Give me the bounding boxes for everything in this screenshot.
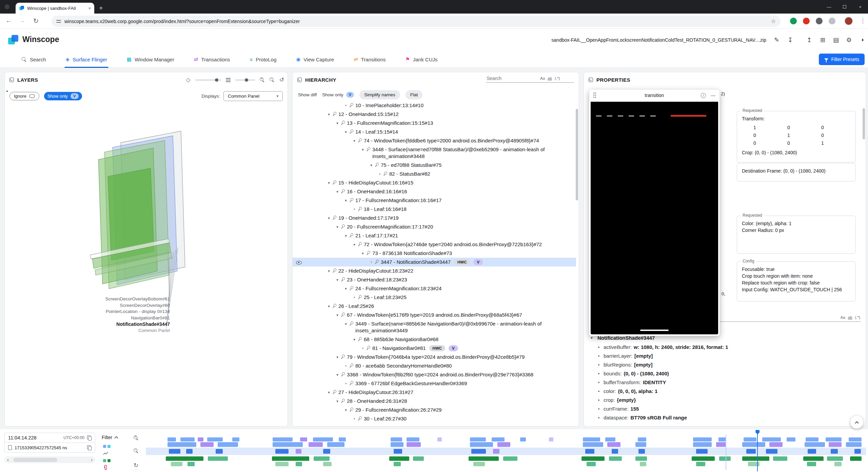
tree-node[interactable]: 3369 - 67726bf EdgeBackGestureHandler0#3… — [293, 379, 576, 388]
tree-node[interactable]: ▾24 - FullscreenMagnification:18:23#24 — [293, 284, 576, 293]
scroll-left-icon[interactable]: ‹ — [7, 456, 9, 463]
timeline-segment[interactable] — [581, 456, 605, 461]
timeline-segment[interactable] — [180, 437, 195, 441]
timeline-segment[interactable] — [186, 449, 193, 454]
info-icon[interactable]: i — [701, 93, 706, 98]
tab-view-capture[interactable]: ◉View Capture — [296, 51, 334, 68]
pin-icon[interactable] — [331, 268, 337, 274]
expand-chevron-icon[interactable]: ▾ — [343, 285, 349, 292]
tree-node[interactable]: ▾19 - OneHanded:17:17#19 — [293, 214, 576, 222]
pin-icon[interactable] — [340, 354, 345, 360]
layer-label[interactable]: PointerLocation - display 0#134 — [5, 309, 170, 315]
reload-icon[interactable]: ↻ — [33, 17, 39, 25]
browser-menu-icon[interactable]: ⋮ — [860, 17, 866, 24]
timeline-segment[interactable] — [391, 437, 402, 441]
expand-chevron-icon[interactable]: ▾ — [351, 137, 357, 144]
timeline-segment[interactable] — [696, 462, 706, 466]
timeline-tracks[interactable] — [146, 429, 866, 472]
timeline-segment[interactable] — [207, 437, 223, 441]
expand-chevron-icon[interactable]: ▾ — [351, 241, 357, 248]
timeline-segment[interactable] — [607, 442, 620, 447]
expand-chevron-icon[interactable]: ▾ — [343, 320, 349, 327]
pin-icon[interactable] — [357, 206, 362, 212]
cursor-handle[interactable] — [755, 430, 760, 434]
tree-node[interactable]: 30 - Leaf:26:27#30 — [293, 414, 576, 423]
expand-chevron-icon[interactable]: ▾ — [343, 129, 349, 135]
property-row[interactable]: crop:{empty} — [584, 396, 866, 405]
pin-icon[interactable] — [348, 233, 354, 238]
timeline-segment[interactable] — [846, 442, 862, 447]
properties-scrollbar[interactable] — [863, 108, 865, 139]
transitions-trace-icon[interactable] — [103, 459, 106, 462]
pin-icon[interactable] — [357, 336, 362, 342]
tree-node[interactable]: ▾74 - WindowToken{fdddbe6 type=2000 andr… — [293, 136, 576, 145]
timeline-segment[interactable] — [272, 456, 309, 461]
pin-icon[interactable] — [348, 129, 354, 135]
tree-node[interactable]: ▾13 - FullscreenMagnification:15:15#13 — [293, 119, 576, 127]
property-row[interactable]: bufferTransform:IDENTITY — [584, 378, 866, 387]
tree-node[interactable]: ▾29 - FullscreenMagnification:26:27#29 — [293, 406, 576, 414]
browser-tab[interactable]: Winscope | sandbox-FAIl × — [16, 3, 94, 14]
property-row[interactable]: dataspace:BT709 sRGB Full range — [584, 413, 866, 422]
timeline-segment[interactable] — [769, 442, 782, 447]
pin-icon[interactable] — [374, 259, 379, 265]
tab-transactions[interactable]: ⇄Transactions — [194, 51, 230, 68]
expand-chevron-icon[interactable]: ▾ — [334, 223, 340, 230]
timeline-segment[interactable] — [232, 437, 239, 441]
timeline-segment[interactable] — [503, 456, 517, 461]
pin-icon[interactable] — [365, 146, 371, 152]
timeline-segment[interactable] — [635, 456, 647, 461]
tab-transitions[interactable]: ⇌Transitions — [354, 51, 386, 68]
timeline-segment[interactable] — [805, 442, 825, 447]
pin-icon[interactable] — [357, 294, 362, 300]
copy-icon[interactable] — [87, 445, 92, 450]
copy-icon[interactable] — [87, 435, 92, 440]
timeline-segment[interactable] — [471, 449, 486, 454]
pin-icon[interactable] — [382, 171, 388, 177]
pin-icon[interactable] — [348, 286, 354, 291]
expand-chevron-icon[interactable]: ▾ — [360, 250, 366, 257]
scroll-right-icon[interactable]: › — [91, 456, 93, 463]
timeline-segment[interactable] — [605, 437, 615, 441]
timeline-segment[interactable] — [216, 449, 223, 454]
collapse-timeline-button[interactable] — [850, 416, 863, 429]
timeline-refresh-icon[interactable]: ↻ — [134, 462, 138, 469]
timeline-segment[interactable] — [166, 456, 203, 461]
pin-icon[interactable] — [374, 162, 379, 168]
filter-presets-button[interactable]: Filter Presets — [819, 54, 865, 65]
timeline-segment[interactable] — [313, 437, 333, 441]
back-icon[interactable]: ← — [5, 17, 12, 24]
timeline-segment[interactable] — [808, 449, 816, 454]
forward-icon[interactable]: → — [19, 17, 25, 24]
timeline-segment[interactable] — [716, 442, 726, 447]
tree-node[interactable]: ▾20 - FullscreenMagnification:17:17#20 — [293, 222, 576, 231]
timeline-segment[interactable] — [520, 437, 526, 441]
timeline-segment[interactable] — [314, 456, 330, 461]
match-word-icon[interactable]: ab — [548, 76, 552, 80]
timeline-segment[interactable] — [167, 437, 176, 441]
timeline-segment[interactable] — [692, 456, 715, 461]
report-bug-icon[interactable]: ⚙ — [846, 36, 852, 44]
site-settings-icon[interactable] — [56, 19, 61, 23]
scroll-thumb[interactable] — [13, 458, 57, 462]
extension-icon-green[interactable] — [790, 18, 797, 24]
expand-chevron-icon[interactable]: ▾ — [334, 120, 340, 126]
upload-icon[interactable]: ↥ — [807, 36, 812, 44]
match-word-icon[interactable]: ab — [848, 315, 852, 319]
timeline-segment[interactable] — [275, 462, 288, 466]
tree-node[interactable]: ▾72 - WindowToken{a2746de type=2040 andr… — [293, 240, 576, 249]
pin-icon[interactable] — [365, 345, 371, 351]
expand-chevron-icon[interactable]: ▾ — [334, 312, 340, 318]
tree-node[interactable]: ▾3368 - WindowToken{f6b2f60 type=2024 an… — [293, 370, 576, 379]
dashboard-icon[interactable]: ⊞ — [820, 36, 825, 44]
transition-viewer-header[interactable]: transition i — — [589, 90, 719, 101]
timeline-zoom-in-icon[interactable]: + — [134, 435, 139, 440]
expand-chevron-icon[interactable]: ▾ — [360, 146, 366, 153]
hierarchy-search-input[interactable] — [487, 76, 537, 81]
timeline-segment[interactable] — [640, 462, 646, 466]
tree-node[interactable]: ▾3449 - Surface(name=885b63e NavigationB… — [293, 319, 576, 335]
tab-close-icon[interactable]: × — [88, 6, 91, 11]
layer-label[interactable]: ScreenDecorOverlay#60 — [5, 302, 170, 309]
timeline-segment[interactable] — [492, 437, 505, 441]
tree-node[interactable]: ▾73 - 8736138 NotificationShade#73 — [293, 249, 576, 258]
